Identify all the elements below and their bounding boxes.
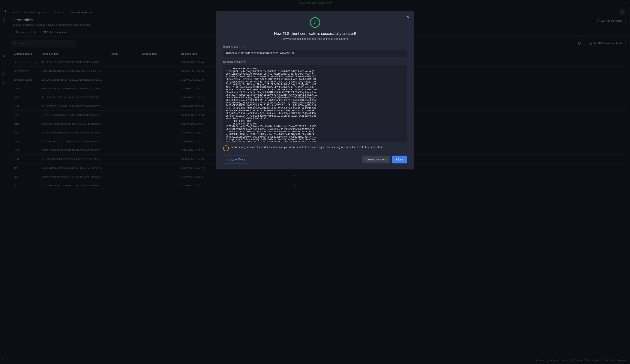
serial-label-row: Serial number <box>223 46 407 48</box>
svg-rect-21 <box>242 47 244 48</box>
close-modal-button[interactable]: Close <box>392 156 407 164</box>
warning-text: Make sure you saved the certificate beca… <box>232 146 385 149</box>
copy-serial-icon[interactable] <box>241 46 244 48</box>
modal-title: New TLS client certificate is successful… <box>223 32 407 36</box>
serial-value[interactable]: 4813228415912301253073087393409863661743… <box>223 50 407 56</box>
svg-rect-22 <box>244 62 246 63</box>
modal-close-icon[interactable]: ✕ <box>406 15 410 20</box>
chain-label: Certificate chain <box>223 60 242 63</box>
modal-subtitle: Now you can use it to connect your clien… <box>223 37 407 40</box>
certificate-chain-text[interactable]: -----BEGIN CERTIFICATE----- MIIDcjCCAlqg… <box>223 65 407 142</box>
chain-label-row: Certificate chain <box>223 60 407 63</box>
success-check-icon: ✓ <box>310 17 320 28</box>
success-modal: ✕ ✓ New TLS client certificate is succes… <box>216 11 414 170</box>
warning-icon: ! <box>223 146 229 151</box>
create-one-more-button[interactable]: Create one more <box>362 156 390 164</box>
serial-label: Serial number <box>223 46 240 48</box>
copy-certificate-button[interactable]: Copy certificate <box>223 156 249 164</box>
modal-overlay[interactable]: ✕ ✓ New TLS client certificate is succes… <box>0 0 630 364</box>
download-chain-icon[interactable] <box>248 60 250 63</box>
copy-chain-icon[interactable] <box>244 60 246 63</box>
